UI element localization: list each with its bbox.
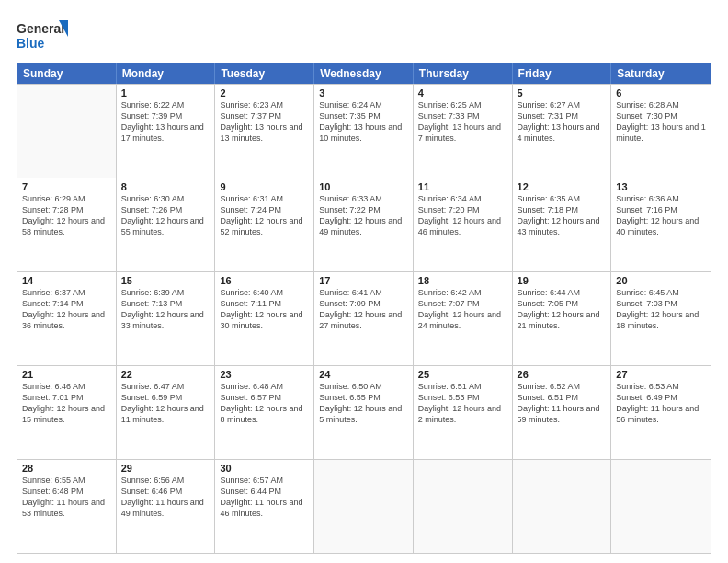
day-number: 9	[220, 181, 309, 192]
cal-cell: 1Sunrise: 6:22 AMSunset: 7:39 PMDaylight…	[117, 85, 216, 178]
sunset-text: Sunset: 6:49 PM	[616, 392, 706, 403]
day-number: 19	[518, 275, 607, 286]
day-number: 2	[220, 87, 309, 98]
sunset-text: Sunset: 7:03 PM	[616, 298, 706, 309]
daylight-text: Daylight: 12 hours and 30 minutes.	[220, 309, 309, 331]
cal-header-sunday: Sunday	[17, 63, 117, 84]
daylight-text: Daylight: 12 hours and 5 minutes.	[319, 403, 408, 425]
cal-cell: 26Sunrise: 6:52 AMSunset: 6:51 PMDayligh…	[513, 366, 612, 459]
sunrise-text: Sunrise: 6:46 AM	[22, 381, 111, 392]
daylight-text: Daylight: 12 hours and 24 minutes.	[418, 309, 507, 331]
cal-cell: 8Sunrise: 6:30 AMSunset: 7:26 PMDaylight…	[117, 178, 216, 271]
logo-svg: GeneralBlue	[17, 17, 72, 53]
cal-cell: 22Sunrise: 6:47 AMSunset: 6:59 PMDayligh…	[117, 366, 216, 459]
cal-cell: 12Sunrise: 6:35 AMSunset: 7:18 PMDayligh…	[513, 178, 612, 271]
cal-week-4: 21Sunrise: 6:46 AMSunset: 7:01 PMDayligh…	[17, 365, 711, 459]
day-number: 21	[22, 369, 111, 380]
sunrise-text: Sunrise: 6:22 AM	[121, 99, 210, 110]
daylight-text: Daylight: 12 hours and 36 minutes.	[22, 309, 111, 331]
sunset-text: Sunset: 6:46 PM	[121, 486, 210, 497]
daylight-text: Daylight: 13 hours and 7 minutes.	[418, 121, 507, 144]
day-number: 6	[616, 87, 706, 98]
sunrise-text: Sunrise: 6:45 AM	[616, 287, 706, 298]
cal-cell: 4Sunrise: 6:25 AMSunset: 7:33 PMDaylight…	[414, 85, 513, 178]
day-number: 18	[418, 275, 507, 286]
sunrise-text: Sunrise: 6:24 AM	[319, 99, 408, 110]
sunset-text: Sunset: 6:55 PM	[319, 392, 408, 403]
cal-week-5: 28Sunrise: 6:55 AMSunset: 6:48 PMDayligh…	[17, 459, 711, 553]
sunrise-text: Sunrise: 6:29 AM	[22, 193, 111, 204]
sunset-text: Sunset: 7:16 PM	[616, 204, 706, 215]
svg-text:Blue: Blue	[17, 36, 45, 51]
page-header: GeneralBlue	[17, 17, 711, 53]
sunrise-text: Sunrise: 6:40 AM	[220, 287, 309, 298]
day-number: 22	[121, 369, 210, 380]
sunrise-text: Sunrise: 6:50 AM	[319, 381, 408, 392]
sunrise-text: Sunrise: 6:39 AM	[121, 287, 210, 298]
sunset-text: Sunset: 7:35 PM	[319, 110, 408, 121]
cal-header-friday: Friday	[513, 63, 612, 84]
daylight-text: Daylight: 12 hours and 55 minutes.	[121, 215, 210, 237]
cal-cell: 25Sunrise: 6:51 AMSunset: 6:53 PMDayligh…	[414, 366, 513, 459]
daylight-text: Daylight: 13 hours and 10 minutes.	[319, 121, 408, 144]
daylight-text: Daylight: 13 hours and 17 minutes.	[121, 121, 210, 144]
sunset-text: Sunset: 7:14 PM	[22, 298, 111, 309]
sunrise-text: Sunrise: 6:56 AM	[121, 475, 210, 486]
sunrise-text: Sunrise: 6:41 AM	[319, 287, 408, 298]
sunrise-text: Sunrise: 6:35 AM	[518, 193, 607, 204]
sunset-text: Sunset: 7:05 PM	[518, 298, 607, 309]
daylight-text: Daylight: 12 hours and 33 minutes.	[121, 309, 210, 331]
sunrise-text: Sunrise: 6:42 AM	[418, 287, 507, 298]
sunrise-text: Sunrise: 6:48 AM	[220, 381, 309, 392]
cal-cell	[314, 460, 414, 553]
sunrise-text: Sunrise: 6:34 AM	[418, 193, 507, 204]
cal-cell: 14Sunrise: 6:37 AMSunset: 7:14 PMDayligh…	[17, 272, 117, 365]
daylight-text: Daylight: 11 hours and 56 minutes.	[616, 403, 706, 425]
sunrise-text: Sunrise: 6:52 AM	[518, 381, 607, 392]
cal-cell: 27Sunrise: 6:53 AMSunset: 6:49 PMDayligh…	[611, 366, 711, 459]
cal-cell: 21Sunrise: 6:46 AMSunset: 7:01 PMDayligh…	[17, 366, 117, 459]
day-number: 20	[616, 275, 706, 286]
sunset-text: Sunset: 7:30 PM	[616, 110, 706, 121]
cal-cell: 23Sunrise: 6:48 AMSunset: 6:57 PMDayligh…	[215, 366, 314, 459]
day-number: 12	[518, 181, 607, 192]
sunrise-text: Sunrise: 6:27 AM	[518, 99, 607, 110]
daylight-text: Daylight: 12 hours and 8 minutes.	[220, 403, 309, 425]
sunrise-text: Sunrise: 6:28 AM	[616, 99, 706, 110]
daylight-text: Daylight: 12 hours and 15 minutes.	[22, 403, 111, 425]
cal-cell: 7Sunrise: 6:29 AMSunset: 7:28 PMDaylight…	[17, 178, 117, 271]
sunset-text: Sunset: 7:37 PM	[220, 110, 309, 121]
cal-cell	[414, 460, 513, 553]
sunset-text: Sunset: 6:51 PM	[518, 392, 607, 403]
day-number: 27	[616, 369, 706, 380]
cal-cell: 11Sunrise: 6:34 AMSunset: 7:20 PMDayligh…	[414, 178, 513, 271]
sunrise-text: Sunrise: 6:36 AM	[616, 193, 706, 204]
calendar-header: SundayMondayTuesdayWednesdayThursdayFrid…	[17, 63, 711, 84]
daylight-text: Daylight: 12 hours and 18 minutes.	[616, 309, 706, 331]
sunrise-text: Sunrise: 6:33 AM	[319, 193, 408, 204]
cal-cell: 17Sunrise: 6:41 AMSunset: 7:09 PMDayligh…	[314, 272, 414, 365]
cal-cell: 10Sunrise: 6:33 AMSunset: 7:22 PMDayligh…	[314, 178, 414, 271]
day-number: 10	[319, 181, 408, 192]
cal-cell: 29Sunrise: 6:56 AMSunset: 6:46 PMDayligh…	[117, 460, 216, 553]
sunset-text: Sunset: 6:53 PM	[418, 392, 507, 403]
sunset-text: Sunset: 7:18 PM	[518, 204, 607, 215]
sunset-text: Sunset: 7:01 PM	[22, 392, 111, 403]
daylight-text: Daylight: 13 hours and 13 minutes.	[220, 121, 309, 144]
sunrise-text: Sunrise: 6:57 AM	[220, 475, 309, 486]
cal-week-2: 7Sunrise: 6:29 AMSunset: 7:28 PMDaylight…	[17, 178, 711, 271]
calendar-body: 1Sunrise: 6:22 AMSunset: 7:39 PMDaylight…	[17, 84, 711, 553]
daylight-text: Daylight: 12 hours and 21 minutes.	[518, 309, 607, 331]
day-number: 28	[22, 463, 111, 474]
day-number: 25	[418, 369, 507, 380]
cal-cell	[17, 85, 117, 178]
day-number: 3	[319, 87, 408, 98]
day-number: 1	[121, 87, 210, 98]
day-number: 8	[121, 181, 210, 192]
cal-cell: 5Sunrise: 6:27 AMSunset: 7:31 PMDaylight…	[513, 85, 612, 178]
day-number: 7	[22, 181, 111, 192]
sunset-text: Sunset: 7:33 PM	[418, 110, 507, 121]
sunset-text: Sunset: 6:59 PM	[121, 392, 210, 403]
cal-header-saturday: Saturday	[611, 63, 711, 84]
sunrise-text: Sunrise: 6:53 AM	[616, 381, 706, 392]
